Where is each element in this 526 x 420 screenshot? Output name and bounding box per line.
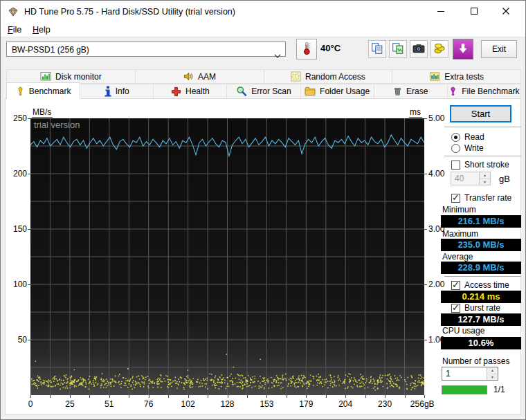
drive-select-value: BW-PSSD1 (256 gB) [12, 45, 89, 55]
temperature-button[interactable] [296, 39, 317, 60]
y-left-tick-mark [28, 340, 30, 340]
x-tick-mark [424, 395, 425, 398]
average-label: Average [442, 252, 473, 262]
x-tick: 25 [65, 399, 74, 409]
passes-label: Number of passes [442, 356, 509, 366]
passes-input[interactable]: 1 ▲▼ [442, 367, 498, 381]
menu-bar: File Help [1, 23, 525, 37]
x-tick-mark [149, 395, 149, 398]
tab-health[interactable]: Health [153, 84, 227, 99]
tab-disk-monitor[interactable]: Disk monitor [6, 69, 136, 84]
x-tick-mark [385, 395, 386, 398]
read-radio[interactable]: Read [451, 132, 484, 142]
minimize-icon [437, 7, 445, 17]
x-tick: 128 [220, 399, 234, 409]
short-stroke-checkbox[interactable]: Short stroke [451, 160, 509, 170]
read-radio-circle[interactable] [451, 133, 460, 142]
short-stroke-value[interactable]: 40 [451, 172, 479, 185]
copy-text-button[interactable] [368, 40, 386, 58]
thermometer-icon [300, 42, 313, 57]
x-tick: 0 [28, 399, 33, 409]
x-tick-mark [30, 395, 31, 398]
x-tick-mark [129, 395, 129, 398]
x-tick-mark [208, 395, 208, 398]
erase-icon [393, 86, 402, 97]
tab-folder-usage[interactable]: Folder Usage [300, 84, 374, 99]
maximum-label: Maximum [442, 229, 478, 239]
read-radio-label: Read [464, 132, 484, 142]
purchase-button[interactable] [430, 40, 448, 58]
cpu-usage-value: 10.6% [441, 337, 521, 349]
y-left-axis-label: MB/s [32, 107, 53, 118]
tab-info[interactable]: Info [80, 84, 154, 99]
short-stroke-spinner-arrows[interactable]: ▲▼ [479, 172, 490, 185]
x-tick: 179 [299, 399, 313, 409]
tab-erase[interactable]: Erase [374, 84, 448, 99]
divider [444, 127, 521, 127]
access-time-value: 0.214 ms [441, 291, 521, 303]
write-radio-label: Write [464, 143, 484, 153]
passes-spinner-arrows[interactable]: ▲▼ [487, 367, 498, 380]
access-time-checkbox-box[interactable] [451, 281, 460, 290]
tab-label: Health [185, 86, 210, 96]
close-button[interactable] [490, 1, 522, 23]
x-tick: 51 [105, 399, 114, 409]
tab-file-benchmark[interactable]: File Benchmark [447, 84, 521, 99]
short-stroke-checkbox-box[interactable] [451, 161, 460, 170]
x-tick-mark [168, 395, 169, 398]
drive-select[interactable]: BW-PSSD1 (256 gB) [6, 42, 286, 57]
write-radio-circle[interactable] [451, 144, 460, 153]
passes-value[interactable]: 1 [442, 367, 487, 380]
exit-button[interactable]: Exit [481, 40, 517, 58]
error-scan-icon [236, 86, 247, 97]
speaker-icon [183, 71, 194, 82]
y-right-axis-label: ms [409, 107, 422, 118]
tab-label: Random Access [305, 72, 365, 82]
update-button[interactable] [453, 39, 473, 60]
minimize-button[interactable] [425, 1, 457, 23]
tab-error-scan[interactable]: Error Scan [226, 84, 300, 99]
x-tick-mark [365, 395, 366, 398]
transfer-rate-checkbox-box[interactable] [451, 194, 460, 203]
random-access-icon [291, 71, 301, 82]
average-value: 228.9 MB/s [441, 262, 521, 274]
burst-rate-checkbox-box[interactable] [451, 304, 460, 313]
y-right-tick-mark [424, 340, 427, 340]
tab-extra-tests[interactable]: Extra tests [392, 69, 521, 84]
divider [444, 276, 521, 277]
info-icon [105, 86, 111, 97]
access-time-checkbox[interactable]: Access time [451, 280, 509, 290]
y-right-tick: 4.00 [428, 169, 453, 179]
tab-row-secondary: Disk monitorAAMRandom AccessExtra tests [6, 69, 521, 84]
menu-help[interactable]: Help [28, 23, 55, 37]
y-left-tick-mark [28, 174, 30, 174]
screenshot-button[interactable] [410, 40, 428, 58]
maximize-button[interactable] [458, 1, 490, 23]
menu-file[interactable]: File [3, 23, 26, 37]
burst-rate-checkbox[interactable]: Burst rate [451, 303, 500, 313]
y-left-tick: 200 [6, 169, 27, 179]
app-window: HD Tune Pro 5.75 - Hard Disk/SSD Utility… [0, 0, 526, 420]
download-arrow-icon [457, 43, 469, 56]
copy-image-icon [392, 42, 404, 57]
short-stroke-input[interactable]: 40 ▲▼ [451, 172, 491, 185]
tab-random-access[interactable]: Random Access [264, 69, 393, 84]
x-tick: 153 [260, 399, 273, 409]
x-tick-mark [109, 395, 110, 398]
copy-image-button[interactable] [389, 40, 407, 58]
tab-benchmark[interactable]: Benchmark [6, 82, 80, 99]
start-button[interactable]: Start [450, 105, 511, 122]
extra-tests-icon [429, 71, 440, 82]
short-stroke-unit: gB [499, 174, 510, 184]
app-icon [8, 6, 19, 17]
camera-icon [412, 42, 425, 57]
x-tick: 256gB [410, 399, 435, 409]
coins-icon [433, 42, 446, 57]
x-tick-mark [345, 395, 346, 398]
file-benchmark-icon [448, 86, 457, 97]
tab-aam[interactable]: AAM [135, 69, 264, 84]
write-radio[interactable]: Write [451, 143, 484, 153]
transfer-rate-checkbox[interactable]: Transfer rate [451, 193, 511, 203]
title-bar: HD Tune Pro 5.75 - Hard Disk/SSD Utility… [1, 1, 525, 23]
chevron-down-icon [274, 48, 281, 63]
